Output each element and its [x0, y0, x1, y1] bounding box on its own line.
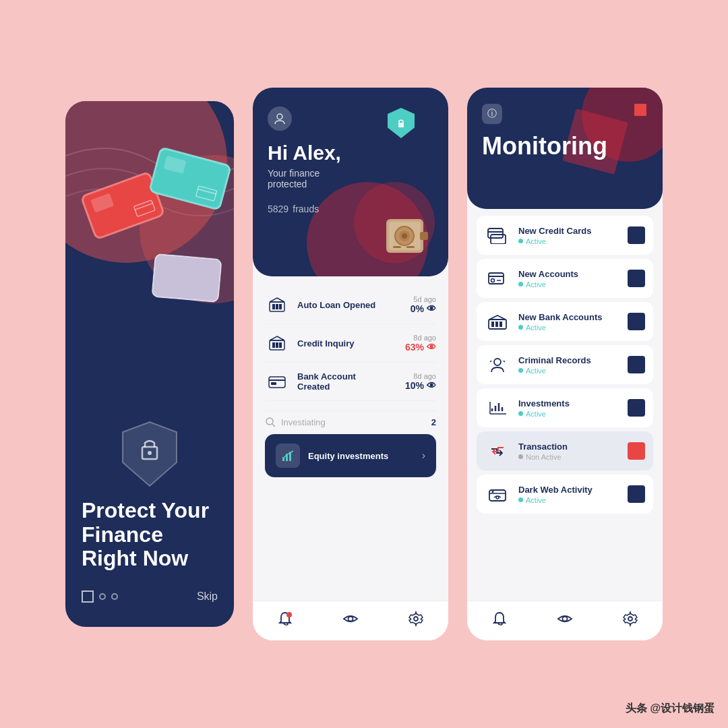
creditcards-status: Active	[518, 237, 619, 245]
monitor-item-darkweb[interactable]: Dark Web Activity Active	[477, 475, 653, 514]
criminal-toggle[interactable]	[628, 356, 645, 373]
svg-rect-22	[276, 342, 278, 348]
bankaccounts-toggle[interactable]	[628, 313, 645, 330]
activity-item-bankaccount: Bank AccountCreated 8d ago 10% 👁	[265, 363, 436, 401]
skip-button[interactable]: Skip	[197, 590, 218, 603]
chart-icon	[276, 444, 300, 468]
bankaccount-name: Bank AccountCreated	[297, 371, 397, 392]
eye-nav-icon[interactable]	[342, 611, 359, 631]
investments-status-text: Active	[526, 410, 546, 418]
monitor-item-investments[interactable]: Investments Active	[477, 388, 653, 427]
accounts-info: New Accounts Active	[518, 269, 619, 289]
svg-point-27	[266, 418, 273, 425]
svg-point-6	[277, 114, 282, 119]
deco-square	[634, 104, 646, 116]
monitoring-list: New Credit Cards Active	[467, 209, 663, 601]
svg-point-5	[148, 451, 152, 455]
shield-float-icon	[388, 108, 415, 138]
activity-item-autoloan: Auto Loan Opened 5d ago 0% 👁	[265, 286, 436, 324]
criminal-icon	[485, 352, 510, 377]
status-dot-active-3	[518, 325, 523, 330]
accounts-toggle[interactable]	[628, 270, 645, 287]
status-dot-active-2	[518, 282, 523, 286]
svg-point-56	[492, 491, 494, 493]
darkweb-status: Active	[518, 496, 619, 504]
investments-name: Investments	[518, 398, 619, 408]
monitor-item-accounts[interactable]: New Accounts Active	[477, 259, 653, 298]
transaction-info: Transaction Non Active	[518, 442, 619, 461]
chevron-right-icon: ›	[422, 450, 425, 462]
bankaccounts-info: New Bank Accounts Active	[518, 312, 619, 332]
monitor-item-criminal[interactable]: Criminal Records Active	[477, 345, 653, 384]
investments-info: Investments Active	[518, 398, 619, 418]
gear-nav-icon-3[interactable]	[622, 611, 638, 631]
svg-point-33	[348, 617, 353, 621]
bank-icon-2	[265, 331, 289, 355]
bell-nav-icon[interactable]	[277, 611, 293, 631]
svg-rect-24	[269, 377, 285, 388]
credit-meta: 8d ago 63% 👁	[405, 334, 436, 353]
svg-rect-19	[279, 304, 282, 309]
darkweb-status-text: Active	[526, 496, 546, 504]
svg-point-57	[496, 496, 499, 499]
activity-item-credit: Credit Inquiry 8d ago 63% 👁	[265, 324, 436, 363]
monitor-item-creditcards[interactable]: New Credit Cards Active	[477, 216, 653, 255]
svg-rect-18	[276, 304, 278, 309]
greeting-text: Hi Alex,	[268, 142, 433, 164]
credit-info: Credit Inquiry	[297, 338, 397, 348]
svg-rect-43	[491, 322, 494, 327]
equity-investment-item[interactable]: Equity investments ›	[265, 434, 436, 477]
transaction-toggle[interactable]	[628, 442, 645, 460]
svg-rect-23	[279, 342, 282, 348]
bankaccounts-icon	[485, 309, 510, 334]
darkweb-toggle[interactable]	[628, 485, 645, 503]
creditcards-toggle[interactable]	[628, 226, 645, 244]
info-icon: ⓘ	[482, 104, 502, 124]
svg-rect-45	[499, 322, 502, 327]
status-dot-active-4	[518, 368, 523, 373]
svg-rect-14	[393, 246, 401, 248]
safe-illustration	[380, 209, 433, 263]
screens-container: Protect Your Finance Right Now Skip	[38, 47, 690, 681]
monitor-item-transaction[interactable]: Transaction Non Active	[477, 431, 653, 471]
subtitle-text: Your financeprotected	[268, 168, 433, 189]
monitoring-header: ⓘ Monitoring	[467, 88, 663, 209]
svg-rect-13	[420, 232, 428, 240]
search-placeholder: Investiating	[281, 417, 326, 427]
search-count: 2	[431, 417, 436, 427]
monitor-item-bankaccounts[interactable]: New Bank Accounts Active	[477, 302, 653, 341]
svg-point-59	[628, 617, 632, 621]
screen1-content: Protect Your Finance Right Now Skip	[65, 499, 234, 603]
bell-nav-icon-3[interactable]	[491, 611, 508, 631]
status-dot-active-5	[518, 411, 523, 416]
screen1-onboarding: Protect Your Finance Right Now Skip	[65, 101, 234, 627]
transaction-status: Non Active	[518, 453, 619, 461]
monitoring-title: Monitoring	[482, 132, 648, 160]
status-dot-active	[518, 239, 523, 243]
screen3-monitoring: ⓘ Monitoring New Credit Cards Acti	[467, 88, 663, 640]
investments-toggle[interactable]	[628, 399, 645, 417]
investments-status: Active	[518, 410, 619, 418]
svg-rect-44	[495, 322, 498, 327]
eye-nav-icon-3[interactable]	[557, 611, 573, 631]
svg-rect-15	[406, 246, 415, 248]
dot-inactive-1	[99, 593, 106, 600]
svg-point-40	[491, 279, 495, 282]
svg-line-48	[504, 361, 505, 362]
darkweb-name: Dark Web Activity	[518, 485, 619, 495]
search-bar[interactable]: Investiating 2	[265, 417, 436, 427]
gear-nav-icon[interactable]	[408, 611, 424, 631]
screen2-dashboard: Hi Alex, Your financeprotected 5829 frau…	[253, 88, 448, 640]
svg-point-32	[286, 612, 292, 617]
criminal-status: Active	[518, 367, 619, 375]
bankaccounts-name: New Bank Accounts	[518, 312, 619, 322]
status-dot-active-6	[518, 497, 523, 502]
svg-line-1	[135, 204, 152, 210]
bankaccounts-status-text: Active	[526, 324, 546, 332]
card-light	[151, 253, 222, 303]
dashboard-nav	[253, 601, 448, 640]
search-section: Investiating 2 Equity investments ›	[265, 411, 436, 477]
bank-icon-1	[265, 293, 289, 317]
svg-rect-17	[272, 304, 275, 309]
accounts-status-text: Active	[526, 280, 546, 289]
